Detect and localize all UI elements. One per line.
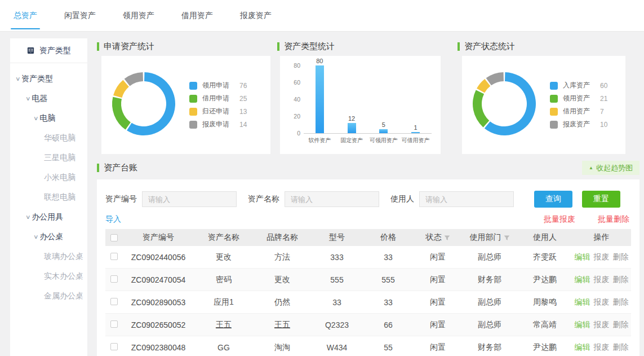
column-header-label: 型号: [329, 232, 345, 243]
y-axis-tick: 0: [287, 130, 300, 137]
cell-actions: 编辑报废删除: [572, 320, 631, 330]
tab-2[interactable]: 领用资产: [122, 0, 156, 31]
scrap-link[interactable]: 报废: [594, 342, 610, 353]
filter-input-1[interactable]: [285, 191, 379, 207]
cell-asset-code: ZC0902650052: [122, 320, 194, 329]
filter-icon[interactable]: [444, 235, 450, 241]
legend-value: 76: [239, 82, 247, 90]
bar-软件资产: [316, 65, 324, 133]
delete-link[interactable]: 删除: [613, 320, 629, 330]
legend-swatch: [550, 121, 558, 129]
legend-swatch: [550, 108, 558, 116]
search-button[interactable]: 查询: [534, 191, 572, 208]
scrap-link[interactable]: 报废: [594, 275, 610, 285]
scrap-link[interactable]: 报废: [594, 252, 610, 262]
row-checkbox[interactable]: [110, 253, 118, 260]
cell-brand-name: 更改: [253, 275, 312, 285]
row-checkbox-cell: [105, 275, 122, 284]
table-row: ZC0902650052王五王五Q232366闲置副总师常高靖编辑报废删除: [105, 314, 631, 336]
batch-scrap-link[interactable]: 批量报废: [544, 214, 575, 225]
edit-link[interactable]: 编辑: [575, 297, 590, 307]
tree-item[interactable]: ∨资产类型: [10, 69, 87, 89]
row-checkbox[interactable]: [110, 275, 118, 283]
tree-item[interactable]: 华硕电脑: [10, 128, 87, 148]
column-header-资产编号: 资产编号: [122, 232, 194, 243]
donut-segment-归还申请: [113, 80, 129, 98]
tree-item-label: 金属办公桌: [44, 291, 83, 301]
row-checkbox[interactable]: [110, 343, 118, 350]
legend-label: 报废资产: [563, 120, 600, 129]
row-checkbox[interactable]: [110, 320, 118, 328]
tree-item[interactable]: 小米电脑: [10, 168, 87, 187]
chart-title: 申请资产统计: [104, 41, 154, 52]
batch-delete-link[interactable]: 批量删除: [598, 214, 629, 225]
cell-model: Q2323: [312, 320, 362, 329]
tree-item-label: 办公用具: [32, 212, 63, 222]
edit-link[interactable]: 编辑: [575, 275, 590, 285]
bar-可借用资产: [411, 132, 420, 133]
cell-price: 33: [362, 298, 414, 307]
cell-status: 闲置: [414, 252, 461, 262]
table-body: ZC0902440056更改方法33333闲置副总师齐雯跃编辑报废删除ZC090…: [105, 246, 631, 356]
tab-4[interactable]: 报废资产: [239, 0, 273, 31]
reset-button[interactable]: 重置: [582, 191, 620, 208]
tree-item[interactable]: ∨电器: [10, 89, 87, 108]
tree-item[interactable]: ∨办公桌: [10, 227, 87, 247]
tab-1[interactable]: 闲置资产: [63, 0, 97, 31]
chart-title: 资产类型统计: [284, 41, 335, 52]
tree-item[interactable]: 三星电脑: [10, 148, 87, 168]
tree-item[interactable]: 实木办公桌: [10, 266, 87, 286]
cell-actions: 编辑报废删除: [572, 252, 631, 262]
legend-row: 报废申请14: [189, 120, 247, 129]
column-header-价格: 价格: [362, 232, 414, 243]
tree-item[interactable]: ∨办公用具: [10, 207, 87, 227]
delete-link[interactable]: 删除: [613, 297, 629, 307]
status-stats-card: 入库资产60领用资产21借用资产7报废资产10: [462, 56, 625, 154]
title-accent-bar: [97, 42, 99, 51]
legend-value: 10: [600, 121, 607, 129]
delete-link[interactable]: 删除: [613, 275, 629, 285]
legend-row: 入库资产60: [550, 81, 607, 90]
tab-3[interactable]: 借用资产: [180, 0, 214, 31]
edit-link[interactable]: 编辑: [575, 342, 590, 353]
tree-item[interactable]: 玻璃办公桌: [10, 247, 87, 266]
table-row: ZC0902890053应用1仍然3333闲置副总师周黎鸣编辑报废删除: [105, 291, 631, 314]
filter-icon[interactable]: [504, 235, 510, 241]
cell-actions: 编辑报废删除: [572, 275, 631, 285]
tree-item[interactable]: ∨电脑: [10, 108, 87, 128]
scrap-link[interactable]: 报废: [594, 297, 610, 307]
delete-link[interactable]: 删除: [613, 252, 629, 262]
y-axis-tick: 40: [287, 96, 300, 103]
edit-link[interactable]: 编辑: [575, 252, 590, 262]
cell-asset-name: 应用1: [194, 297, 253, 307]
y-axis-tick: 20: [287, 113, 300, 120]
import-link[interactable]: 导入: [105, 214, 121, 225]
column-header-label: 操作: [594, 232, 610, 243]
filter-input-2[interactable]: [419, 191, 514, 207]
collapse-trend-button[interactable]: ▲ 收起趋势图: [582, 161, 639, 175]
column-header-label: 使用人: [533, 232, 557, 243]
cell-price: 66: [362, 320, 414, 329]
cell-department: 副总师: [461, 320, 518, 330]
bar-column: 80: [304, 58, 336, 133]
filter-input-0[interactable]: [142, 191, 237, 207]
cell-user: 齐雯跃: [518, 252, 572, 262]
title-accent-bar: [458, 42, 460, 51]
filter-label-1: 资产名称: [248, 194, 279, 204]
select-all-checkbox[interactable]: [110, 234, 118, 241]
column-header-label: 状态: [426, 232, 442, 243]
delete-link[interactable]: 删除: [613, 342, 629, 353]
scrap-link[interactable]: 报废: [594, 320, 610, 330]
x-axis-label: 固定资产: [336, 137, 368, 144]
cell-department: 财务部: [461, 342, 518, 353]
row-checkbox[interactable]: [110, 298, 118, 305]
row-checkbox-cell: [105, 253, 122, 262]
tab-0[interactable]: 总资产: [12, 0, 38, 31]
legend-swatch: [550, 95, 558, 103]
cell-price: 555: [362, 275, 414, 284]
cell-asset-code: ZC0902440056: [122, 253, 194, 262]
title-accent-bar: [277, 42, 279, 51]
tree-item[interactable]: 联想电脑: [10, 187, 87, 207]
edit-link[interactable]: 编辑: [575, 320, 590, 330]
tree-item[interactable]: 金属办公桌: [10, 286, 87, 306]
